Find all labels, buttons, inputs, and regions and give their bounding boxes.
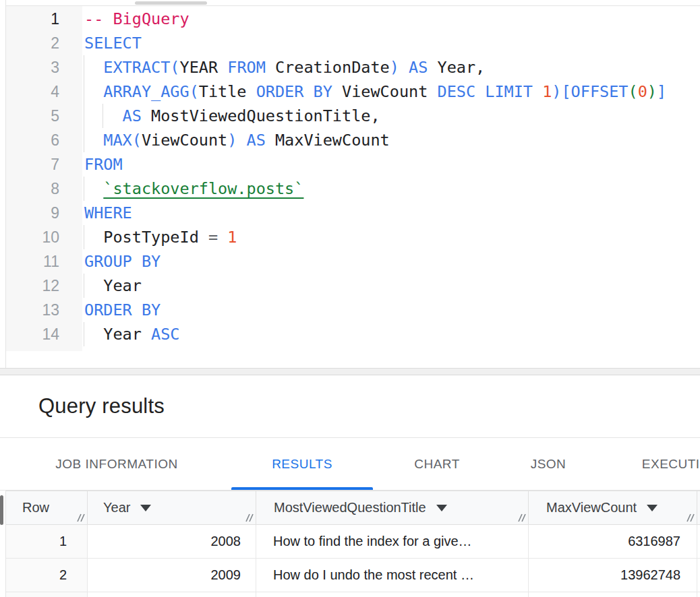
indent-guide (84, 177, 84, 201)
code-token: )[OFFSET (552, 82, 628, 101)
tab-results[interactable]: RESULTS (231, 438, 373, 490)
code-token: MostViewedQuestionTitle, (142, 106, 380, 125)
column-header-year[interactable]: Year (88, 491, 256, 524)
caret-down-icon[interactable] (436, 505, 447, 511)
query-results-header: Query results (0, 375, 700, 438)
line-number: 7 (6, 152, 82, 177)
caret-down-icon[interactable] (647, 505, 658, 511)
code-line[interactable]: WHERE (84, 201, 700, 225)
code-line[interactable]: `stackoverflow.posts` (84, 177, 700, 201)
code-token: ] (657, 82, 666, 101)
vertical-scrollbar-thumb[interactable] (0, 495, 3, 525)
code-token: = (208, 228, 218, 247)
code-token: -- BigQuery (84, 9, 189, 28)
code-token: MaxViewCount (266, 131, 390, 150)
table-cell[interactable]: 13962748 (529, 559, 697, 592)
line-number: 3 (6, 55, 82, 80)
code-line[interactable]: EXTRACT(YEAR FROM CreationDate) AS Year, (84, 55, 700, 80)
code-token: ASC (151, 325, 179, 344)
query-results-title: Query results (38, 375, 165, 437)
code-lines[interactable]: -- BigQuerySELECT EXTRACT(YEAR FROM Crea… (84, 7, 700, 346)
column-header-maxviewcount[interactable]: MaxViewCount (529, 491, 697, 524)
column-header-label: Year (103, 500, 130, 515)
code-line[interactable]: GROUP BY (84, 249, 700, 274)
table-cell[interactable]: 2009 (88, 559, 256, 592)
line-number: 2 (6, 31, 82, 55)
caret-down-icon[interactable] (140, 505, 151, 511)
column-header-label: MaxViewCount (546, 500, 637, 515)
results-tab-bar: JOB INFORMATIONRESULTSCHARTJSONEXECUTION… (0, 438, 700, 491)
tab-job-information[interactable]: JOB INFORMATION (22, 438, 211, 490)
code-token (84, 106, 123, 125)
code-token: ORDER BY (256, 82, 332, 101)
code-token (84, 58, 103, 77)
code-line[interactable]: -- BigQuery (84, 7, 700, 31)
tab-execution-details[interactable]: EXECUTION DETAILS (595, 438, 700, 490)
code-token: `stackoverflow.posts` (103, 179, 303, 198)
code-token: Year (103, 276, 142, 295)
table-cell (529, 592, 697, 597)
table-cell (6, 592, 88, 597)
code-token (84, 179, 103, 198)
code-token: 1 (542, 82, 552, 101)
column-resize-handle-icon[interactable] (243, 511, 254, 522)
column-header-mostviewedquestiontitle[interactable]: MostViewedQuestionTitle (256, 491, 529, 524)
code-line[interactable]: ORDER BY (84, 298, 700, 322)
code-token: MAX( (103, 131, 142, 150)
table-row: 12008How to find the index for a give…63… (6, 525, 700, 559)
code-line[interactable]: PostTypeId = 1 (84, 225, 700, 249)
code-line[interactable]: Year ASC (84, 322, 700, 346)
column-resize-handle-icon[interactable] (515, 511, 526, 522)
indent-guide (84, 104, 84, 128)
line-number: 10 (6, 225, 82, 249)
line-number: 8 (6, 177, 82, 201)
code-token: ARRAY_AGG( (103, 82, 198, 101)
indent-guide (84, 128, 84, 152)
code-line[interactable]: SELECT (84, 31, 700, 55)
code-token (399, 58, 409, 77)
column-header-row[interactable]: Row (6, 491, 88, 524)
code-token: CreationDate (266, 58, 390, 77)
table-cell[interactable]: 2 (6, 559, 88, 592)
code-token: Year (103, 325, 151, 344)
code-token: 0 (638, 82, 647, 101)
code-token (84, 276, 103, 295)
tab-json[interactable]: JSON (501, 438, 595, 490)
code-token: PostTypeId (103, 228, 208, 247)
gutter: 1234567891011121314 (6, 6, 82, 351)
table-cell[interactable]: How to find the index for a give… (256, 525, 529, 558)
code-line[interactable]: ARRAY_AGG(Title ORDER BY ViewCount DESC … (84, 80, 700, 104)
code-line[interactable]: FROM (84, 152, 700, 177)
line-number: 6 (6, 128, 82, 152)
code-token: FROM (84, 155, 123, 174)
indent-guide (84, 322, 84, 346)
table-cell[interactable]: 1 (6, 525, 88, 558)
table-row-partial (6, 592, 700, 597)
code-token: Title (199, 82, 256, 101)
code-token: AS (123, 106, 142, 125)
code-token: FROM (227, 58, 266, 77)
panel-resize-divider[interactable] (0, 368, 700, 375)
code-token: 1 (218, 228, 237, 247)
code-line[interactable]: MAX(ViewCount) AS MaxViewCount (84, 128, 700, 152)
indent-guide (84, 274, 84, 298)
code-token: ) (390, 58, 399, 77)
table-cell[interactable]: How do I undo the most recent … (256, 559, 529, 592)
code-token: ) AS (227, 131, 266, 150)
column-header-label: MostViewedQuestionTitle (274, 500, 426, 515)
code-token: ViewCount (332, 82, 438, 101)
column-resize-handle-icon[interactable] (684, 511, 695, 522)
column-resize-handle-icon[interactable] (74, 511, 85, 522)
code-token: WHERE (84, 203, 132, 222)
tab-chart[interactable]: CHART (373, 438, 501, 490)
horizontal-scrollbar-thumb[interactable] (135, 1, 207, 5)
code-token: ( (628, 82, 637, 101)
code-line[interactable]: Year (84, 274, 700, 298)
code-token: ORDER BY (84, 301, 161, 319)
code-token: DESC LIMIT (438, 82, 543, 101)
table-cell[interactable]: 2008 (88, 525, 256, 558)
code-line[interactable]: AS MostViewedQuestionTitle, (84, 104, 700, 128)
table-cell[interactable]: 6316987 (529, 525, 697, 558)
code-token (84, 131, 103, 150)
sql-code-editor[interactable]: 1234567891011121314 -- BigQuerySELECT EX… (6, 6, 700, 368)
